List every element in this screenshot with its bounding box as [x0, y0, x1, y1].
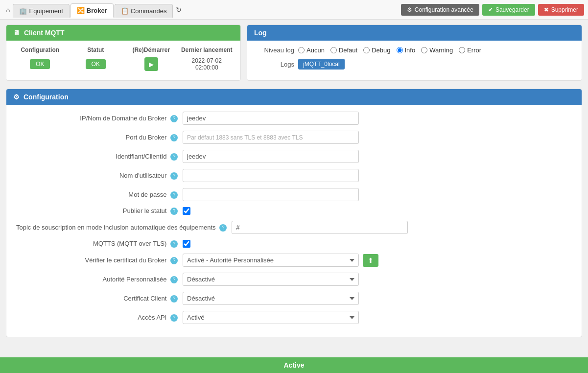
help-icon-username[interactable]: ?	[170, 172, 178, 180]
client-mqtt-body: Configuration Statut (Re)Démarrer Dernie…	[6, 41, 240, 77]
nav-tabs-left: ⌂ 🏢 Equipement 🔀 Broker 📋 Commandes ↻	[4, 1, 184, 18]
label-identifiant: Identifiant/ClientId ?	[16, 153, 183, 161]
help-icon-topic[interactable]: ?	[219, 224, 227, 232]
top-nav: ⌂ 🏢 Equipement 🔀 Broker 📋 Commandes ↻ ⚙ …	[0, 0, 588, 20]
col-configuration: Configuration	[14, 47, 66, 53]
form-row-acces-api: Accès API ? Activé Désactivé	[16, 311, 572, 324]
checkbox-publier-statut[interactable]	[183, 207, 190, 215]
radio-error[interactable]: Error	[459, 47, 481, 54]
log-tag[interactable]: jMQTT_0local	[298, 59, 345, 70]
col-statut: Statut	[70, 47, 122, 53]
form-row-identifiant: Identifiant/ClientId ?	[16, 150, 572, 163]
label-autorite: Autorité Personnalisée ?	[16, 276, 183, 283]
log-niveau-row: Niveau log Aucun Defaut Debug	[255, 47, 574, 54]
main-content: 🖥 Client MQTT Configuration Statut (Re)D…	[0, 20, 588, 342]
configuration-form: IP/Nom de Domaine du Broker ? Port du Br…	[6, 105, 582, 337]
checkbox-mqtts[interactable]	[183, 240, 190, 248]
label-mot-de-passe: Mot de passe ?	[16, 191, 183, 199]
select-acces-api[interactable]: Activé Désactivé	[183, 311, 359, 324]
help-icon-publier[interactable]: ?	[170, 208, 178, 215]
select-certificat-client[interactable]: Désactivé Activé	[183, 292, 359, 305]
help-icon-acces-api[interactable]: ?	[170, 314, 178, 322]
form-row-username: Nom d'utilisateur ?	[16, 169, 572, 182]
tab-equipement[interactable]: 🏢 Equipement	[13, 4, 69, 18]
input-identifiant[interactable]	[183, 150, 359, 163]
form-row-publier-statut: Publier le statut ?	[16, 207, 572, 215]
mqtt-grid: Configuration Statut (Re)Démarrer Dernie…	[14, 47, 233, 71]
help-icon-verifier-cert[interactable]: ?	[170, 257, 178, 264]
select-autorite[interactable]: Désactivé Activé	[183, 273, 359, 286]
input-topic[interactable]	[232, 221, 408, 234]
top-panels: 🖥 Client MQTT Configuration Statut (Re)D…	[6, 24, 582, 81]
radio-info[interactable]: Info	[397, 47, 416, 54]
form-row-certificat-client: Certificat Client ? Désactivé Activé	[16, 292, 572, 305]
label-nom-utilisateur: Nom d'utilisateur ?	[16, 172, 183, 180]
configuration-panel: ⚙ Configuration IP/Nom de Domaine du Bro…	[6, 89, 582, 337]
supprimer-button[interactable]: ✖ Supprimer	[538, 4, 584, 16]
broker-icon: 🔀	[77, 7, 85, 14]
select-verifier-cert[interactable]: Activé - Autorité Personnalisée Désactiv…	[183, 254, 359, 267]
col-demarrer: (Re)Démarrer	[125, 47, 177, 53]
input-mot-de-passe[interactable]	[183, 188, 359, 201]
check-icon: ✔	[488, 6, 493, 13]
home-tab[interactable]: ⌂	[4, 4, 12, 16]
form-row-autorite: Autorité Personnalisée ? Désactivé Activ…	[16, 273, 572, 286]
input-ip-broker[interactable]	[183, 112, 359, 125]
form-row-ip: IP/Nom de Domaine du Broker ?	[16, 112, 572, 125]
client-mqtt-header: 🖥 Client MQTT	[6, 25, 240, 41]
radio-debug[interactable]: Debug	[363, 47, 390, 54]
nav-actions-right: ⚙ Configuration avancée ✔ Sauvegarder ✖ …	[401, 4, 584, 16]
radio-warning[interactable]: Warning	[421, 47, 453, 54]
help-icon-ip[interactable]: ?	[170, 115, 178, 122]
configuration-badge: OK	[14, 59, 66, 69]
equipment-icon: 🏢	[19, 7, 27, 15]
server-icon: 🖥	[13, 29, 20, 37]
config-avancee-button[interactable]: ⚙ Configuration avancée	[401, 4, 479, 16]
form-row-password: Mot de passe ?	[16, 188, 572, 201]
statut-badge: OK	[70, 59, 122, 69]
log-header: Log	[247, 25, 582, 41]
form-row-mqtts: MQTTS (MQTT over TLS) ?	[16, 240, 572, 248]
sauvegarder-button[interactable]: ✔ Sauvegarder	[482, 4, 535, 16]
log-niveau-radio-group: Aucun Defaut Debug Info	[298, 47, 481, 54]
log-body: Niveau log Aucun Defaut Debug	[247, 41, 582, 80]
help-icon-certificat-client[interactable]: ?	[170, 295, 178, 303]
label-verifier-cert: Vérifier le certificat du Broker ?	[16, 256, 183, 264]
configuration-header: ⚙ Configuration	[6, 89, 582, 105]
help-icon-mqtts[interactable]: ?	[170, 240, 178, 248]
form-row-port: Port du Broker ?	[16, 131, 572, 144]
label-certificat-client: Certificat Client ?	[16, 295, 183, 303]
col-dernier-lancement: Dernier lancement	[181, 47, 233, 53]
label-topic: Topic de souscription en mode inclusion …	[16, 224, 232, 232]
commands-icon: 📋	[121, 7, 129, 15]
help-icon-autorite[interactable]: ?	[170, 276, 178, 283]
log-logs-row: Logs jMQTT_0local	[255, 59, 574, 70]
upload-cert-button[interactable]: ⬆	[363, 254, 378, 267]
log-panel: Log Niveau log Aucun Defaut	[247, 24, 582, 81]
input-nom-utilisateur[interactable]	[183, 169, 359, 182]
label-port-broker: Port du Broker ?	[16, 134, 183, 141]
help-icon-identifiant[interactable]: ?	[170, 153, 178, 161]
label-mqtts: MQTTS (MQTT over TLS) ?	[16, 240, 183, 248]
label-publier-statut: Publier le statut ?	[16, 207, 183, 215]
trash-icon: ✖	[544, 6, 549, 13]
demarrer-cell: ▶	[125, 57, 177, 71]
form-row-verifier-cert: Vérifier le certificat du Broker ? Activ…	[16, 254, 572, 267]
tab-commandes[interactable]: 📋 Commandes	[115, 4, 173, 18]
label-acces-api: Accès API ?	[16, 314, 183, 322]
input-port-broker[interactable]	[183, 131, 359, 144]
form-row-topic: Topic de souscription en mode inclusion …	[16, 221, 572, 234]
help-icon-password[interactable]: ?	[170, 191, 178, 199]
label-ip-broker: IP/Nom de Domaine du Broker ?	[16, 115, 183, 122]
tab-broker[interactable]: 🔀 Broker	[71, 3, 114, 18]
demarrer-button[interactable]: ▶	[144, 57, 158, 71]
help-icon-port[interactable]: ?	[170, 134, 178, 141]
dernier-lancement-value: 2022-07-02 02:00:00	[181, 57, 233, 71]
client-mqtt-panel: 🖥 Client MQTT Configuration Statut (Re)D…	[6, 24, 241, 81]
refresh-button[interactable]: ↻	[174, 4, 184, 16]
gear-icon: ⚙	[407, 6, 412, 13]
radio-aucun[interactable]: Aucun	[298, 47, 325, 54]
config-gear-icon: ⚙	[13, 93, 20, 101]
radio-defaut[interactable]: Defaut	[330, 47, 357, 54]
